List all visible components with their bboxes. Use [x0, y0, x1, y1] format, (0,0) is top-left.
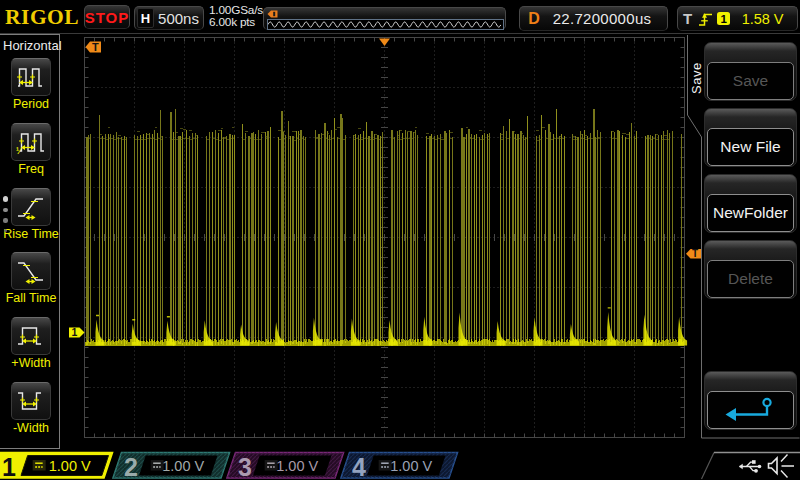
- channel-4-status[interactable]: 41.00 V: [341, 453, 458, 480]
- measure-item--width[interactable]: [11, 317, 51, 355]
- softkey-label[interactable]: Save: [707, 62, 794, 100]
- trigger-slope-icon: [698, 11, 713, 27]
- channel-scale-value: 1.00 V: [49, 458, 91, 474]
- channel-number: 2: [124, 453, 138, 480]
- channel-scale-value: 1.00 V: [276, 458, 318, 474]
- measure-item-freq[interactable]: ¹∕: [11, 123, 51, 161]
- delay-readout-box[interactable]: D 22.7200000us: [519, 6, 668, 31]
- channel-scale-value: 1.00 V: [162, 458, 204, 474]
- svg-text:1: 1: [72, 326, 78, 338]
- sample-rate-readout: 1.00GSa/s 6.00k pts: [209, 5, 263, 28]
- trigger-position-icon: [379, 39, 390, 47]
- sidebar-scroll-dot: [3, 218, 7, 222]
- trigger-readout-box[interactable]: T 1 1.58 V: [677, 6, 798, 31]
- run-state-label: STOP: [85, 9, 130, 26]
- topbar-divider: [0, 33, 800, 34]
- softkey-back-button[interactable]: [704, 371, 797, 430]
- waveform-display: TT1: [60, 36, 705, 440]
- measure-item-label: Fall Time: [1, 291, 61, 305]
- measure-item-fall-time[interactable]: [11, 252, 51, 290]
- run-stop-indicator[interactable]: STOP: [84, 5, 130, 29]
- coupling-dc-icon: [33, 460, 46, 471]
- memory-position-bar[interactable]: [263, 7, 506, 30]
- usb-icon: [739, 460, 761, 472]
- channel-3-status[interactable]: 31.00 V: [227, 453, 344, 480]
- status-area-slant: [702, 453, 715, 480]
- channel-number: 4: [352, 453, 366, 480]
- trigger-source-badge: 1: [717, 12, 730, 25]
- sidebar-scroll-dot: [3, 208, 7, 212]
- horizontal-label: H: [137, 8, 154, 28]
- measure-item-label: -Width: [1, 421, 61, 435]
- measure-item--width[interactable]: [11, 382, 51, 420]
- softkey-new-file-button[interactable]: New File: [704, 108, 797, 167]
- channel-scale-value: 1.00 V: [390, 458, 432, 474]
- measure-item-label: +Width: [1, 356, 61, 370]
- measure-item-label: Rise Time: [1, 227, 61, 241]
- softkey-label[interactable]: [707, 391, 794, 429]
- softkey-delete-button[interactable]: Delete: [704, 240, 797, 299]
- channel-2-status[interactable]: 21.00 V: [113, 453, 230, 480]
- rigol-logo: RIGOL: [5, 2, 79, 32]
- measure-item-rise-time[interactable]: [11, 188, 51, 226]
- measure-item-label: Period: [1, 97, 61, 111]
- softkey-label[interactable]: NewFolder: [707, 194, 794, 232]
- svg-text:T: T: [92, 41, 99, 53]
- delay-value: 22.7200000us: [543, 10, 667, 27]
- softkey-label[interactable]: Delete: [707, 260, 794, 298]
- channel-number: 1: [2, 453, 16, 480]
- channel-number: 3: [238, 453, 252, 480]
- memory-waveform-preview: [267, 19, 504, 30]
- back-arrow-icon: [721, 397, 781, 423]
- softkey-newfolder-button[interactable]: NewFolder: [704, 174, 797, 233]
- measure-item-period[interactable]: [11, 58, 51, 96]
- channel-1-status[interactable]: 11.00 V: [0, 453, 113, 480]
- memory-marker-icon: [267, 10, 278, 18]
- measure-item-label: Freq: [1, 162, 61, 176]
- sidebar-scroll-dot: [3, 196, 8, 201]
- sidebar-title: Horizontal: [3, 38, 62, 53]
- timebase-value: 500ns: [154, 10, 203, 27]
- trigger-label: T: [683, 10, 692, 27]
- softkey-save-button[interactable]: Save: [704, 42, 797, 101]
- horizontal-timebase-box[interactable]: H 500ns: [134, 6, 204, 30]
- beeper-icon: [769, 455, 795, 478]
- menu-tab-save: Save: [689, 48, 702, 108]
- delay-label: D: [525, 9, 543, 28]
- trigger-level-value: 1.58 V: [730, 11, 797, 27]
- softkey-label[interactable]: New File: [707, 128, 794, 166]
- channel-status-bar: 11.00 V21.00 V31.00 V41.00 V: [0, 448, 800, 480]
